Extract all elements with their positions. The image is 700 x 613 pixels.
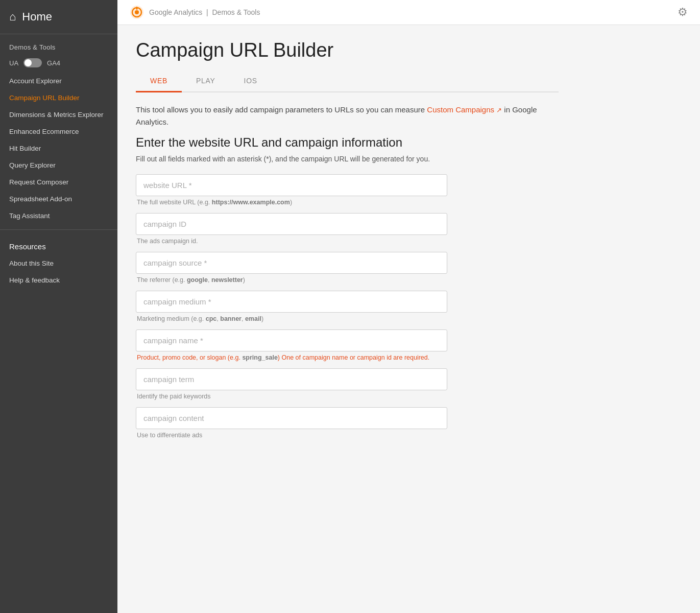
- campaign-term-group: Identify the paid keywords: [136, 368, 559, 400]
- campaign-medium-input[interactable]: [136, 291, 447, 313]
- sidebar-divider: [0, 229, 117, 230]
- sidebar-item-spreadsheet-addon[interactable]: Spreadsheet Add-on: [0, 191, 117, 207]
- sidebar-item-campaign-url-builder[interactable]: Campaign URL Builder: [0, 89, 117, 106]
- website-url-input[interactable]: [136, 174, 447, 196]
- sidebar-item-help-feedback[interactable]: Help & feedback: [0, 272, 117, 289]
- tabs: WEB PLAY IOS: [136, 70, 559, 92]
- custom-campaigns-link[interactable]: Custom Campaigns ↗: [427, 105, 504, 114]
- ua-ga4-toggle[interactable]: [23, 58, 42, 67]
- topbar-subtitle: Demos & Tools: [212, 8, 260, 16]
- page-content: Campaign URL Builder WEB PLAY IOS This t…: [117, 25, 577, 460]
- campaign-term-hint: Identify the paid keywords: [136, 393, 559, 400]
- svg-rect-3: [136, 7, 138, 10]
- description-text: This tool allows you to easily add campa…: [136, 105, 425, 114]
- ga-logo-icon: [130, 5, 144, 19]
- svg-point-2: [135, 10, 139, 14]
- topbar-separator: |: [206, 8, 208, 16]
- main-content: Google Analytics | Demos & Tools ⚙ Campa…: [117, 0, 700, 613]
- campaign-source-hint: The referrer (e.g. google, newsletter): [136, 276, 559, 284]
- campaign-id-hint: The ads campaign id.: [136, 238, 559, 245]
- topbar-logo: Google Analytics | Demos & Tools: [130, 5, 260, 19]
- demos-tools-section: Demos & Tools: [0, 34, 117, 55]
- sidebar-item-enhanced-ecommerce[interactable]: Enhanced Ecommerce: [0, 123, 117, 140]
- sidebar-item-dimensions-metrics[interactable]: Dimensions & Metrics Explorer: [0, 106, 117, 123]
- tab-web[interactable]: WEB: [136, 70, 182, 92]
- website-url-hint: The full website URL (e.g. https://www.e…: [136, 199, 559, 206]
- campaign-content-input[interactable]: [136, 407, 447, 429]
- campaign-medium-group: Marketing medium (e.g. cpc, banner, emai…: [136, 291, 559, 322]
- section-sub: Fill out all fields marked with an aster…: [136, 155, 559, 163]
- sidebar: ⌂ Home Demos & Tools UA GA4 Account Expl…: [0, 0, 117, 613]
- page-title: Campaign URL Builder: [136, 39, 559, 61]
- section-heading: Enter the website URL and campaign infor…: [136, 135, 559, 150]
- topbar-title: Google Analytics | Demos & Tools: [149, 8, 260, 16]
- external-link-icon: ↗: [496, 106, 502, 114]
- campaign-medium-hint: Marketing medium (e.g. cpc, banner, emai…: [136, 315, 559, 322]
- campaign-id-group: The ads campaign id.: [136, 213, 559, 245]
- campaign-content-hint: Use to differentiate ads: [136, 432, 559, 439]
- home-link[interactable]: ⌂ Home: [0, 0, 117, 34]
- tab-ios[interactable]: IOS: [230, 70, 272, 92]
- sidebar-item-about-site[interactable]: About this Site: [0, 255, 117, 272]
- resources-label: Resources: [0, 235, 117, 255]
- topbar: Google Analytics | Demos & Tools ⚙: [117, 0, 700, 25]
- ua-ga4-toggle-row: UA GA4: [0, 55, 117, 73]
- campaign-name-hint: Product, promo code, or slogan (e.g. spr…: [136, 354, 559, 361]
- ga4-label: GA4: [47, 59, 60, 67]
- tab-play[interactable]: PLAY: [182, 70, 230, 92]
- sidebar-item-tag-assistant[interactable]: Tag Assistant: [0, 207, 117, 224]
- campaign-id-input[interactable]: [136, 213, 447, 235]
- description: This tool allows you to easily add campa…: [136, 104, 559, 128]
- campaign-content-group: Use to differentiate ads: [136, 407, 559, 439]
- topbar-ga-label: Google Analytics: [149, 8, 202, 16]
- toggle-knob: [25, 59, 32, 66]
- campaign-name-group: Product, promo code, or slogan (e.g. spr…: [136, 329, 559, 361]
- ua-label: UA: [9, 59, 18, 67]
- campaign-source-group: The referrer (e.g. google, newsletter): [136, 252, 559, 284]
- home-label: Home: [22, 10, 52, 23]
- gear-icon[interactable]: ⚙: [678, 6, 688, 19]
- sidebar-item-query-explorer[interactable]: Query Explorer: [0, 157, 117, 174]
- home-icon: ⌂: [9, 10, 16, 23]
- sidebar-item-request-composer[interactable]: Request Composer: [0, 174, 117, 191]
- campaign-source-input[interactable]: [136, 252, 447, 274]
- campaign-term-input[interactable]: [136, 368, 447, 390]
- sidebar-item-account-explorer[interactable]: Account Explorer: [0, 73, 117, 89]
- website-url-group: The full website URL (e.g. https://www.e…: [136, 174, 559, 206]
- campaign-name-input[interactable]: [136, 329, 447, 351]
- sidebar-item-hit-builder[interactable]: Hit Builder: [0, 140, 117, 157]
